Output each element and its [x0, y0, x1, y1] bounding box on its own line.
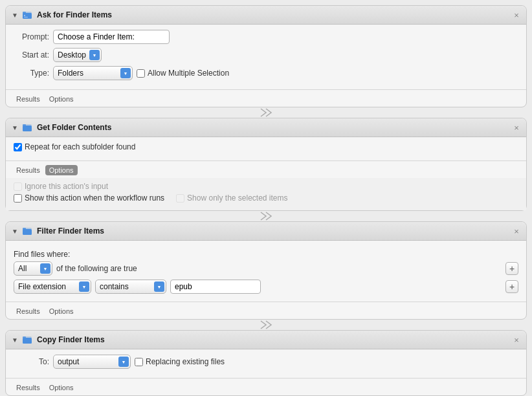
filter-condition-row: File extension Name Size Date contains d… — [14, 280, 518, 294]
output-select-wrapper: output — [53, 355, 131, 369]
svg-rect-2 — [23, 12, 26, 14]
action-header-ask: ▼ Ask for Finder Items × — [6, 6, 526, 25]
of-following-label: of the following are true — [56, 264, 137, 273]
svg-rect-10 — [23, 228, 26, 230]
svg-rect-13 — [23, 336, 26, 338]
close-button-filter[interactable]: × — [512, 226, 521, 236]
type-select-wrapper: Folders Files Files and Folders — [53, 66, 133, 80]
tab-results-copy[interactable]: Results — [12, 382, 44, 393]
allow-multiple-label: Allow Multiple Selection — [148, 69, 229, 78]
action-filter-finder-items: ▼ Filter Finder Items × Find files where… — [5, 221, 527, 320]
start-at-select-wrapper: Desktop — [53, 48, 102, 62]
ignore-input-wrapper: Ignore this action's input — [14, 182, 108, 191]
action-header-copy: ▼ Copy Finder Items × — [6, 331, 526, 349]
allow-multiple-wrapper: Allow Multiple Selection — [137, 69, 229, 78]
connector-3 — [5, 320, 527, 330]
finder-icon-copy — [21, 334, 33, 346]
connector-1 — [5, 107, 527, 118]
action-header-filter: ▼ Filter Finder Items × — [6, 222, 526, 241]
filter-all-row: All Any None of the following are true + — [14, 261, 518, 276]
start-at-label: Start at: — [14, 50, 49, 60]
connector-chevron-3 — [258, 320, 274, 330]
repeat-subfolder-checkbox[interactable] — [14, 143, 22, 151]
start-at-select[interactable]: Desktop — [53, 48, 102, 62]
close-button-ask[interactable]: × — [512, 10, 521, 19]
tab-options-copy[interactable]: Options — [45, 382, 78, 393]
to-row: To: output Replacing existing files — [14, 355, 518, 369]
repeat-subfolder-label: Repeat for each subfolder found — [25, 142, 135, 151]
svg-rect-6 — [23, 126, 32, 131]
tab-results-get[interactable]: Results — [12, 165, 44, 175]
filter-field-select-wrapper: File extension Name Size Date — [14, 280, 91, 294]
svg-rect-7 — [23, 124, 26, 126]
tabs-row-ask: Results Options — [6, 89, 526, 107]
replacing-wrapper: Replacing existing files — [135, 357, 225, 366]
workflow-container: ▼ Ask for Finder Items × Prompt: Start a… — [0, 0, 532, 396]
show-action-label: Show this action when the workflow runs — [25, 193, 164, 203]
start-at-row: Start at: Desktop — [14, 48, 518, 62]
ignore-input-row: Ignore this action's input — [14, 182, 518, 191]
finder-icon-get — [21, 122, 33, 133]
action-ask-finder-items: ▼ Ask for Finder Items × Prompt: Start a… — [5, 5, 527, 107]
tabs-row-get: Results Options — [6, 160, 526, 178]
connector-chevron-2 — [258, 211, 274, 221]
show-selected-label: Show only the selected items — [187, 193, 287, 203]
svg-point-3 — [24, 15, 25, 16]
finder-icon-filter — [21, 225, 33, 237]
replacing-files-checkbox[interactable] — [135, 358, 143, 366]
show-action-wrapper: Show this action when the workflow runs — [14, 193, 164, 203]
show-action-checkbox[interactable] — [14, 194, 22, 203]
collapse-arrow-ask[interactable]: ▼ — [11, 11, 19, 19]
type-select[interactable]: Folders Files Files and Folders — [53, 66, 133, 80]
ignore-input-checkbox[interactable] — [14, 182, 22, 191]
prompt-label: Prompt: — [14, 32, 49, 41]
output-select[interactable]: output — [53, 355, 131, 369]
finder-icon-ask — [21, 9, 33, 21]
action-header-get: ▼ Get Folder Contents × — [6, 118, 526, 137]
svg-rect-1 — [23, 13, 32, 19]
all-select-wrapper: All Any None — [14, 261, 52, 276]
close-button-copy[interactable]: × — [512, 335, 521, 344]
tab-results-ask[interactable]: Results — [12, 94, 44, 104]
prompt-input[interactable] — [53, 30, 170, 44]
svg-rect-9 — [23, 229, 32, 235]
type-row: Type: Folders Files Files and Folders Al… — [14, 66, 518, 80]
find-label: Find files where: — [14, 246, 518, 261]
connector-chevron-1 — [258, 107, 274, 118]
to-label: To: — [14, 357, 49, 366]
action-title-get: Get Folder Contents — [37, 123, 512, 132]
svg-rect-4 — [24, 17, 28, 17]
show-selected-checkbox[interactable] — [176, 194, 184, 203]
collapse-arrow-filter[interactable]: ▼ — [11, 227, 19, 235]
action-get-folder-contents: ▼ Get Folder Contents × Repeat for each … — [5, 118, 527, 211]
show-action-row: Show this action when the workflow runs … — [14, 193, 518, 203]
filter-value-input[interactable] — [170, 280, 261, 294]
filter-add-btn-top[interactable]: + — [505, 262, 518, 275]
replacing-files-label: Replacing existing files — [146, 357, 225, 366]
collapse-arrow-copy[interactable]: ▼ — [11, 336, 19, 344]
allow-multiple-checkbox[interactable] — [137, 69, 145, 78]
svg-rect-12 — [23, 338, 32, 344]
collapse-arrow-get[interactable]: ▼ — [11, 124, 19, 131]
tab-options-get[interactable]: Options — [45, 165, 78, 175]
tabs-row-copy: Results Options — [6, 378, 526, 395]
repeat-row: Repeat for each subfolder found — [14, 142, 518, 151]
action-title-ask: Ask for Finder Items — [37, 10, 512, 19]
action-copy-finder-items: ▼ Copy Finder Items × To: output — [5, 330, 527, 396]
connector-2 — [5, 211, 527, 221]
type-label: Type: — [14, 69, 49, 78]
repeat-wrapper: Repeat for each subfolder found — [14, 142, 135, 151]
action-title-copy: Copy Finder Items — [37, 335, 512, 344]
tab-options-filter[interactable]: Options — [45, 306, 78, 316]
action-body-filter: Find files where: All Any None of the fo… — [6, 241, 526, 302]
filter-field-select[interactable]: File extension Name Size Date — [14, 280, 91, 294]
close-button-get[interactable]: × — [512, 123, 521, 132]
tabs-row-filter: Results Options — [6, 302, 526, 319]
filter-add-btn-bottom[interactable]: + — [505, 280, 518, 293]
all-select[interactable]: All Any None — [14, 261, 52, 276]
action-body-copy: To: output Replacing existing files — [6, 349, 526, 378]
filter-condition-select-wrapper: contains does not contain is begins with… — [95, 280, 166, 294]
filter-condition-select[interactable]: contains does not contain is begins with… — [95, 280, 166, 294]
tab-options-ask[interactable]: Options — [45, 94, 78, 104]
tab-results-filter[interactable]: Results — [12, 306, 44, 316]
